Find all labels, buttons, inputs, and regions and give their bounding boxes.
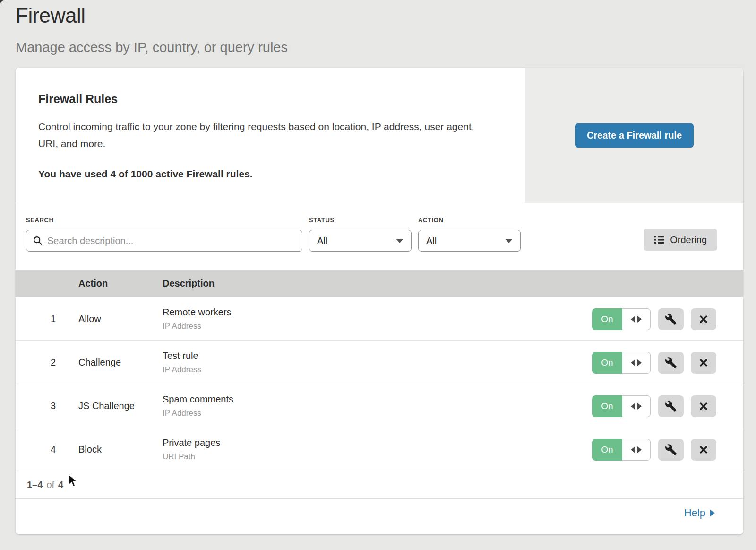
action-column-header: Action — [78, 278, 163, 289]
card-title: Firewall Rules — [38, 92, 497, 106]
card-intro-section: Firewall Rules Control incoming traffic … — [16, 68, 743, 203]
table-header: Action Description — [16, 270, 743, 297]
status-filter: STATUS All — [309, 217, 412, 252]
page-title: Firewall — [16, 4, 288, 27]
edit-rule-button[interactable] — [658, 395, 684, 417]
help-link-label: Help — [684, 507, 705, 519]
wrench-icon — [665, 313, 677, 325]
page-header: Firewall Manage access by IP, country, o… — [16, 4, 288, 55]
x-icon — [698, 444, 709, 455]
card-footer: Help — [16, 499, 743, 527]
table-row: 4 Block Private pages URI Path On — [16, 428, 743, 471]
delete-rule-button[interactable] — [691, 308, 716, 330]
x-icon — [698, 401, 709, 412]
action-select[interactable]: All — [418, 230, 521, 252]
rule-enabled-toggle[interactable]: On — [592, 395, 651, 417]
card-intro-action-panel: Create a Firewall rule — [525, 68, 743, 203]
rules-usage-note: You have used 4 of 1000 active Firewall … — [38, 168, 497, 180]
rule-enabled-toggle[interactable]: On — [592, 352, 651, 374]
x-icon — [698, 314, 709, 325]
action-selected-value: All — [426, 236, 437, 246]
search-input[interactable] — [26, 230, 302, 252]
rule-description: Spam comments — [163, 394, 592, 405]
rule-priority: 3 — [16, 401, 56, 411]
rule-description: Private pages — [163, 437, 592, 448]
pagination: 1–4 of 4 — [16, 471, 743, 499]
table-row: 2 Challenge Test rule IP Address On — [16, 341, 743, 384]
description-column-header: Description — [163, 278, 743, 289]
chevron-down-icon — [505, 239, 513, 243]
wrench-icon — [665, 357, 677, 369]
card-intro-text: Firewall Rules Control incoming traffic … — [16, 68, 525, 203]
toggle-state-label: On — [592, 395, 622, 417]
horizontal-arrows-icon — [622, 439, 651, 461]
pagination-of: of — [46, 480, 54, 490]
rule-action: Block — [78, 444, 163, 455]
x-icon — [698, 357, 709, 368]
pagination-range: 1–4 — [27, 480, 43, 490]
table-row: 1 Allow Remote workers IP Address On — [16, 297, 743, 341]
horizontal-arrows-icon — [622, 395, 651, 417]
help-link[interactable]: Help — [684, 507, 715, 519]
search-label: SEARCH — [26, 217, 302, 224]
action-filter: ACTION All — [418, 217, 521, 252]
right-triangle-icon — [710, 510, 715, 516]
rule-priority: 1 — [16, 314, 56, 324]
ordering-button-label: Ordering — [670, 235, 707, 245]
rule-action: JS Challenge — [78, 401, 163, 411]
delete-rule-button[interactable] — [691, 439, 716, 461]
wrench-icon — [665, 400, 677, 412]
page-subtitle: Manage access by IP, country, or query r… — [16, 40, 288, 55]
action-label: ACTION — [418, 217, 521, 224]
rule-priority: 4 — [16, 444, 56, 455]
delete-rule-button[interactable] — [691, 395, 716, 417]
rule-action: Challenge — [78, 357, 163, 368]
rule-match-type: URI Path — [163, 452, 592, 462]
create-firewall-rule-button[interactable]: Create a Firewall rule — [575, 123, 694, 148]
rule-description: Remote workers — [163, 307, 592, 318]
wrench-icon — [665, 444, 677, 456]
status-label: STATUS — [309, 217, 412, 224]
chevron-down-icon — [396, 239, 404, 243]
rule-enabled-toggle[interactable]: On — [592, 308, 651, 330]
horizontal-arrows-icon — [622, 308, 651, 330]
toggle-state-label: On — [592, 352, 622, 374]
toggle-state-label: On — [592, 439, 622, 461]
rule-priority: 2 — [16, 357, 56, 368]
rule-description: Test rule — [163, 350, 592, 361]
status-selected-value: All — [317, 236, 327, 246]
search-icon — [33, 236, 43, 246]
ordered-list-icon — [654, 235, 664, 245]
firewall-rules-card: Firewall Rules Control incoming traffic … — [16, 68, 743, 534]
delete-rule-button[interactable] — [691, 352, 716, 374]
rule-match-type: IP Address — [163, 365, 592, 375]
card-description: Control incoming traffic to your zone by… — [38, 118, 487, 152]
pagination-total: 4 — [58, 480, 63, 490]
rule-enabled-toggle[interactable]: On — [592, 439, 651, 461]
edit-rule-button[interactable] — [658, 308, 684, 330]
rule-action: Allow — [78, 314, 163, 324]
edit-rule-button[interactable] — [658, 352, 684, 374]
edit-rule-button[interactable] — [658, 439, 684, 461]
search-filter: SEARCH — [26, 217, 302, 252]
filters-bar: SEARCH STATUS All ACTION All — [16, 203, 743, 270]
toggle-state-label: On — [592, 308, 622, 330]
rule-match-type: IP Address — [163, 322, 592, 331]
table-row: 3 JS Challenge Spam comments IP Address … — [16, 384, 743, 428]
horizontal-arrows-icon — [622, 352, 651, 374]
rule-match-type: IP Address — [163, 409, 592, 418]
status-select[interactable]: All — [309, 230, 412, 252]
ordering-button[interactable]: Ordering — [644, 229, 717, 251]
